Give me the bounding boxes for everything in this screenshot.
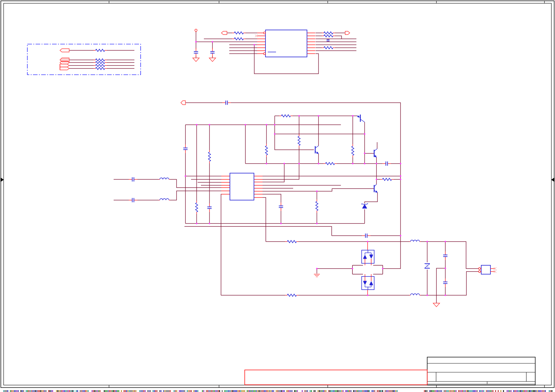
resistor[interactable] <box>324 35 333 37</box>
ruler-strip <box>507 390 508 392</box>
ruler-strip <box>96 390 97 392</box>
ruler-strip <box>339 390 340 392</box>
ruler-strip <box>516 390 517 392</box>
ruler-strip <box>477 390 478 392</box>
wire[interactable] <box>365 193 377 203</box>
wire[interactable] <box>221 194 221 295</box>
resistor[interactable] <box>96 65 105 67</box>
diode[interactable] <box>363 281 367 285</box>
ruler-strip <box>382 390 383 392</box>
port[interactable] <box>221 31 227 35</box>
ruler-strip <box>450 390 451 392</box>
transistor-arm[interactable] <box>315 146 319 148</box>
wire[interactable] <box>335 36 342 39</box>
ruler-strip <box>444 390 445 392</box>
resistor[interactable] <box>324 47 333 49</box>
inductor[interactable] <box>410 240 420 242</box>
wire[interactable] <box>170 191 221 200</box>
wire[interactable] <box>263 189 332 191</box>
resistor[interactable] <box>234 38 243 40</box>
ruler-strip <box>473 390 474 392</box>
ruler-strip <box>155 390 156 392</box>
ruler-strip <box>149 390 150 392</box>
ruler-strip <box>503 390 504 392</box>
resistor[interactable] <box>352 146 354 155</box>
diode[interactable] <box>363 255 367 258</box>
wire[interactable] <box>421 242 479 269</box>
wire[interactable] <box>170 179 221 188</box>
inductor[interactable] <box>410 294 420 295</box>
resistor[interactable] <box>287 294 296 297</box>
connector-pin[interactable] <box>479 268 481 270</box>
resistor[interactable] <box>196 203 198 212</box>
schematic-page <box>0 0 555 392</box>
ruler-strip <box>361 390 362 392</box>
ruler-strip <box>290 390 291 392</box>
wire[interactable] <box>184 226 332 236</box>
open-terminal[interactable] <box>195 29 197 32</box>
ruler-strip <box>142 390 143 392</box>
inductor[interactable] <box>160 178 169 179</box>
resistor[interactable] <box>316 201 318 211</box>
inductor[interactable] <box>160 198 169 200</box>
ground-flag[interactable] <box>433 303 440 307</box>
transistor-arm[interactable] <box>374 149 377 151</box>
ruler-strip <box>31 390 32 392</box>
ruler-strip <box>28 390 29 392</box>
ruler-strip <box>324 390 325 392</box>
ic-block[interactable] <box>265 30 307 57</box>
port[interactable] <box>60 64 69 67</box>
port[interactable] <box>60 49 69 52</box>
resistor[interactable] <box>287 241 296 243</box>
ruler-strip <box>291 390 292 392</box>
wire[interactable] <box>263 197 266 242</box>
resistor[interactable] <box>96 49 105 52</box>
port[interactable] <box>345 31 350 35</box>
resistor[interactable] <box>96 62 105 64</box>
resistor[interactable] <box>281 115 291 117</box>
wire[interactable] <box>436 268 445 303</box>
resistor[interactable] <box>382 178 392 181</box>
ground-flag[interactable] <box>209 58 216 62</box>
port[interactable] <box>181 101 185 105</box>
zener-diode[interactable] <box>362 204 367 208</box>
ruler-strip <box>121 390 122 392</box>
junction-dot <box>316 268 318 270</box>
connector-pin[interactable] <box>479 271 481 273</box>
resistor[interactable] <box>234 32 243 34</box>
resistor[interactable] <box>96 67 105 70</box>
resistor[interactable] <box>298 136 300 145</box>
ruler-strip <box>498 390 499 392</box>
resistor[interactable] <box>324 32 333 34</box>
ruler-strip <box>180 390 181 392</box>
wire[interactable] <box>421 272 479 295</box>
junction-dot <box>185 175 186 177</box>
ruler-strip <box>500 390 501 392</box>
ruler-strip <box>228 390 229 392</box>
ruler-strip <box>113 390 114 392</box>
port[interactable] <box>60 67 69 70</box>
zener-diode[interactable] <box>425 264 430 268</box>
ruler-strip <box>270 390 271 392</box>
transistor-arm[interactable] <box>360 119 365 122</box>
diode[interactable] <box>370 255 373 258</box>
ruler-strip <box>323 390 324 392</box>
zener-diode[interactable] <box>361 203 368 205</box>
resistor[interactable] <box>208 152 211 161</box>
ruler-strip <box>319 390 320 392</box>
wire[interactable] <box>263 194 281 202</box>
diode[interactable] <box>370 281 373 285</box>
ic-block[interactable] <box>230 173 254 200</box>
ruler-strip <box>509 390 510 392</box>
ground-flag[interactable] <box>193 58 199 62</box>
connector-box[interactable] <box>481 265 490 274</box>
resistor[interactable] <box>265 146 268 155</box>
ruler-strip <box>49 390 50 392</box>
ruler-strip <box>508 390 509 392</box>
wire[interactable] <box>275 116 314 150</box>
ruler-strip <box>458 390 459 392</box>
ruler-strip <box>433 390 434 392</box>
ruler-strip <box>34 390 35 392</box>
resistor[interactable] <box>96 59 105 61</box>
resistor[interactable] <box>325 163 335 165</box>
